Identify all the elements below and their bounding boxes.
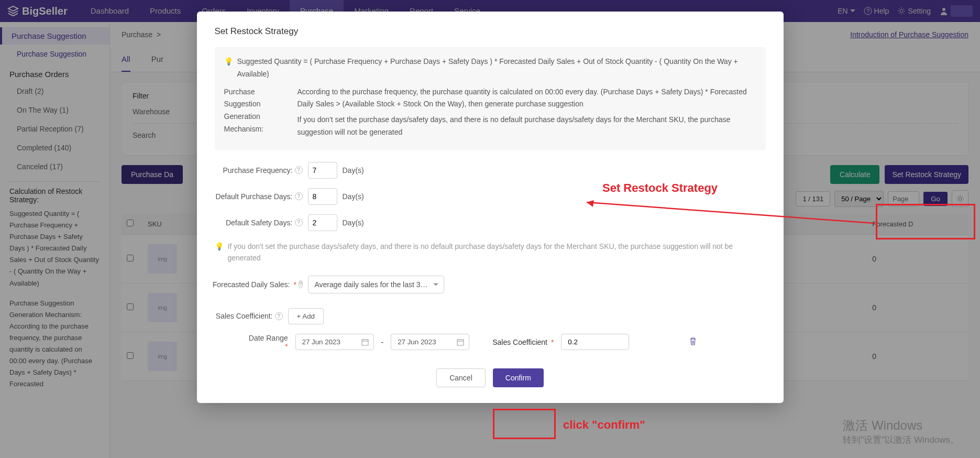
formula-text: Suggested Quantity = ( Purchase Frequenc… xyxy=(237,56,756,81)
help-icon[interactable]: ? xyxy=(299,280,303,288)
cancel-button[interactable]: Cancel xyxy=(436,368,486,387)
calendar-icon xyxy=(457,339,464,346)
sales-coefficient-input[interactable] xyxy=(561,334,629,350)
unit-days: Day(s) xyxy=(343,166,364,175)
date-separator: - xyxy=(381,338,384,346)
help-icon[interactable]: ? xyxy=(295,192,303,200)
unit-days: Day(s) xyxy=(343,192,364,201)
delete-coefficient-button[interactable] xyxy=(689,337,697,347)
default-safety-days-label: Default Safety Days: xyxy=(226,219,293,227)
modal-footer: Cancel Confirm xyxy=(215,368,766,387)
sales-coefficient-label: Sales Coefficient: xyxy=(216,312,273,320)
mechanism-text-2: If you don't set the purchase days/safet… xyxy=(298,114,756,139)
bulb-icon: 💡 xyxy=(224,56,233,68)
forecasted-daily-sales-select[interactable]: Average daily sales for the last 3… xyxy=(308,276,444,293)
bulb-icon: 💡 xyxy=(215,241,224,264)
mechanism-text-1: According to the purchase frequency, the… xyxy=(298,86,756,111)
svg-rect-6 xyxy=(457,340,464,345)
modal-title: Set Restock Strategy xyxy=(215,26,766,37)
help-icon[interactable]: ? xyxy=(275,312,283,320)
default-purchase-days-input[interactable] xyxy=(308,188,337,205)
mechanism-label: Purchase Suggestion Generation Mechanism… xyxy=(224,86,282,142)
forecasted-daily-sales-label: Forecasted Daily Sales: xyxy=(213,280,290,289)
info-box: 💡 Suggested Quantity = ( Purchase Freque… xyxy=(215,47,766,150)
confirm-button[interactable]: Confirm xyxy=(493,368,544,387)
help-icon[interactable]: ? xyxy=(295,166,303,174)
trash-icon xyxy=(689,337,697,345)
help-icon[interactable]: ? xyxy=(295,219,303,226)
sales-coefficient-label-2: Sales Coefficient xyxy=(492,338,547,346)
calendar-icon xyxy=(361,339,369,346)
default-safety-days-input[interactable] xyxy=(308,214,337,231)
default-purchase-days-label: Default Purchase Days: xyxy=(215,192,292,201)
hint-text: 💡 If you don't set the purchase days/saf… xyxy=(215,241,766,264)
add-coefficient-button[interactable]: + Add xyxy=(288,308,324,324)
purchase-frequency-label: Purchase Frequency: xyxy=(223,166,292,175)
coefficient-row: Date Range * - Sales Coefficient * xyxy=(246,334,766,351)
unit-days: Day(s) xyxy=(343,219,364,227)
date-range-label: Date Range xyxy=(249,334,288,342)
svg-rect-5 xyxy=(362,340,368,345)
purchase-frequency-input[interactable] xyxy=(308,162,337,179)
restock-strategy-modal: Set Restock Strategy 💡 Suggested Quantit… xyxy=(197,12,784,403)
